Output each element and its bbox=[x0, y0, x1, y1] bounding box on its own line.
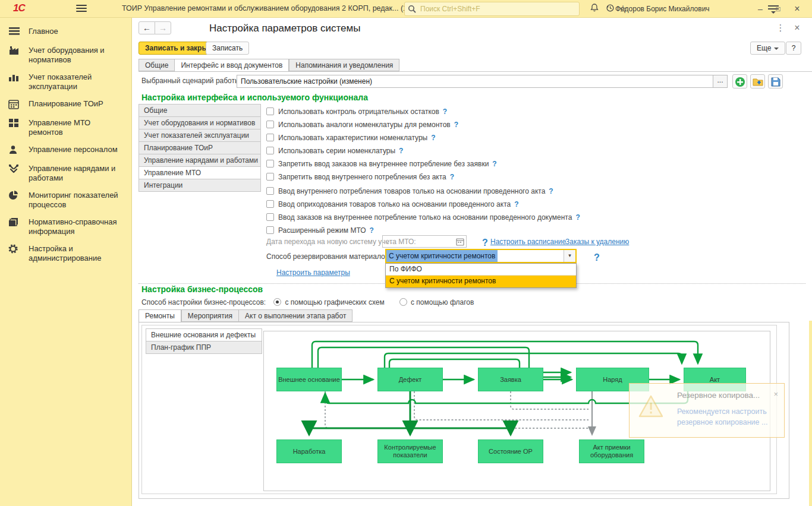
notifications-bell-icon[interactable] bbox=[588, 3, 600, 15]
scenario-choose-button[interactable]: ... bbox=[713, 75, 728, 88]
radio-graphic-schemes[interactable] bbox=[273, 298, 281, 306]
checkbox[interactable] bbox=[266, 107, 274, 115]
help-icon[interactable]: ? bbox=[492, 160, 496, 168]
tab-general[interactable]: Общие bbox=[139, 59, 174, 71]
vtab-general[interactable]: Общие bbox=[139, 104, 261, 117]
bp-tabs: РемонтыМероприятияАкт о выполнении этапа… bbox=[139, 309, 353, 322]
reserve-method-combobox[interactable]: С учетом критичности ремонтов ▾ bbox=[385, 249, 577, 263]
section-panel: Главное Учет оборудования и нормативов У… bbox=[0, 18, 132, 506]
checkbox-label: Ввод оприходования товаров только на осн… bbox=[278, 200, 511, 208]
node-request[interactable]: Заявка bbox=[478, 368, 543, 391]
combobox-dropdown-icon[interactable]: ▾ bbox=[564, 250, 575, 262]
checkbox[interactable] bbox=[266, 121, 274, 128]
sidebar-item-personnel[interactable]: Управление персоналом bbox=[0, 141, 131, 160]
calendar-picker-icon[interactable] bbox=[456, 238, 464, 249]
tab-interface[interactable]: Интерфейс и ввод документов bbox=[174, 59, 289, 72]
vtab-orders[interactable]: Управление нарядами и работами bbox=[139, 154, 261, 167]
forward-button[interactable]: → bbox=[155, 21, 171, 34]
node-defect[interactable]: Дефект bbox=[377, 368, 443, 391]
help-button[interactable]: ? bbox=[786, 42, 801, 55]
help-icon[interactable]: ? bbox=[450, 173, 454, 181]
sidebar-item-planning[interactable]: Планирование ТОиР bbox=[0, 95, 131, 114]
help-icon[interactable]: ? bbox=[514, 200, 518, 208]
node-controlled-metrics[interactable]: Контролируемые показатели bbox=[377, 439, 443, 463]
mto-date-input[interactable]: . . bbox=[382, 235, 467, 248]
configure-params-link[interactable]: Настроить параметры bbox=[276, 268, 350, 277]
tab-reminders[interactable]: Напоминания и уведомления bbox=[289, 59, 399, 71]
tab-repairs[interactable]: Ремонты bbox=[139, 309, 181, 322]
node-operating-time[interactable]: Наработка bbox=[276, 439, 342, 463]
radio-flags[interactable] bbox=[399, 298, 407, 306]
dropdown-option-criticality[interactable]: С учетом критичности ремонтов bbox=[386, 276, 576, 287]
load-scenario-button[interactable] bbox=[750, 74, 765, 88]
help-icon[interactable]: ? bbox=[443, 107, 447, 116]
sidebar-item-nsi[interactable]: Нормативно-справочная информация bbox=[0, 213, 131, 240]
vtab-integrations[interactable]: Интеграции bbox=[139, 179, 261, 192]
person-icon bbox=[8, 145, 21, 156]
help-icon[interactable]: ? bbox=[482, 238, 488, 248]
tab-activities[interactable]: Мероприятия bbox=[181, 309, 238, 322]
checkbox[interactable] bbox=[266, 160, 274, 167]
vtab-external-defects[interactable]: Внешние основания и дефекты bbox=[146, 328, 262, 341]
checkbox[interactable] bbox=[266, 134, 274, 141]
schedule-link[interactable]: Настроить расписание bbox=[490, 238, 566, 246]
chevron-down-icon bbox=[774, 48, 779, 50]
sidebar-item-mto[interactable]: Управление МТО ремонтов bbox=[0, 114, 131, 141]
add-scenario-button[interactable] bbox=[732, 74, 747, 88]
maximize-icon[interactable]: □ bbox=[772, 2, 785, 15]
tab-stage-act[interactable]: Акт о выполнении этапа работ bbox=[238, 309, 353, 322]
save-button[interactable]: Записать bbox=[206, 42, 249, 55]
node-or-state[interactable]: Состояние ОР bbox=[478, 439, 543, 463]
backup-notification[interactable]: Резервное копирова... × Рекомендуется на… bbox=[629, 383, 785, 438]
vtab-planning[interactable]: Планирование ТОиР bbox=[139, 141, 261, 154]
scenario-input[interactable]: Пользовательские настройки (изменен) bbox=[237, 75, 713, 88]
more-button[interactable]: Еще bbox=[750, 42, 785, 55]
back-button[interactable]: ← bbox=[139, 21, 155, 34]
sidebar-item-admin[interactable]: Настройка и администрирование bbox=[0, 240, 131, 267]
more-vert-icon[interactable]: ⋮ bbox=[776, 23, 785, 33]
save-scenario-button[interactable] bbox=[768, 74, 783, 88]
global-search[interactable] bbox=[404, 2, 580, 16]
checkbox-row: Использовать серии номенклатуры? bbox=[266, 147, 403, 159]
sidebar-item-monitoring[interactable]: Мониторинг показателей процессов bbox=[0, 186, 131, 213]
checkbox-label: Использовать характеристики номенклатуры bbox=[278, 134, 427, 142]
checkbox[interactable] bbox=[266, 187, 274, 195]
sidebar-item-equipment[interactable]: Учет оборудования и нормативов bbox=[0, 42, 131, 68]
vtab-equipment[interactable]: Учет оборудования и нормативов bbox=[139, 116, 261, 129]
help-icon[interactable]: ? bbox=[370, 226, 374, 235]
vtab-metrics[interactable]: Учет показателей эксплуатации bbox=[139, 129, 261, 142]
checkbox[interactable] bbox=[266, 213, 274, 221]
current-user[interactable]: Федоров Борис Михайлович bbox=[615, 5, 710, 13]
checkbox[interactable] bbox=[266, 173, 274, 181]
orders-to-delete-link[interactable]: Заказы к удалению bbox=[565, 238, 629, 246]
close-icon[interactable]: × bbox=[791, 2, 804, 15]
settings-vtabs: Общие Учет оборудования и нормативов Уче… bbox=[139, 105, 261, 192]
help-icon[interactable]: ? bbox=[399, 147, 403, 155]
help-icon[interactable]: ? bbox=[431, 134, 435, 142]
node-external-basis[interactable]: Внешнее основание bbox=[276, 368, 342, 391]
section-interface-heading: Настройка интерфейса и используемого фун… bbox=[141, 93, 368, 102]
checkbox[interactable] bbox=[266, 147, 274, 154]
main-menu-icon[interactable] bbox=[76, 5, 87, 13]
sidebar-item-main[interactable]: Главное bbox=[0, 23, 131, 42]
dropdown-option-fifo[interactable]: По ФИФО bbox=[386, 264, 576, 276]
checkbox-row: Расширенный режим МТО? bbox=[266, 226, 374, 238]
help-icon[interactable]: ? bbox=[549, 187, 553, 195]
node-acceptance-act[interactable]: Акт приемки оборудования bbox=[579, 439, 644, 463]
checkbox-label: Ввод внутреннего потребления товаров тол… bbox=[278, 187, 545, 195]
help-icon[interactable]: ? bbox=[594, 252, 600, 263]
help-icon[interactable]: ? bbox=[575, 213, 580, 222]
checkbox[interactable] bbox=[266, 200, 274, 208]
1c-logo: 1С bbox=[13, 2, 25, 14]
vtab-ppr-schedule[interactable]: План-график ППР bbox=[146, 341, 262, 354]
sidebar-item-orders[interactable]: Управление нарядами и работами bbox=[0, 160, 131, 186]
form-close-icon[interactable]: × bbox=[792, 23, 802, 33]
vtab-mto[interactable]: Управление МТО bbox=[139, 166, 261, 179]
search-input[interactable] bbox=[420, 3, 575, 15]
checkbox-row: Ввод оприходования товаров только на осн… bbox=[266, 200, 519, 212]
checkbox[interactable] bbox=[266, 226, 274, 234]
sidebar-item-metrics[interactable]: Учет показателей эксплуатации bbox=[0, 68, 131, 95]
minimize-icon[interactable]: – bbox=[754, 2, 767, 15]
help-icon[interactable]: ? bbox=[454, 121, 458, 129]
notification-close-icon[interactable]: × bbox=[773, 390, 778, 399]
